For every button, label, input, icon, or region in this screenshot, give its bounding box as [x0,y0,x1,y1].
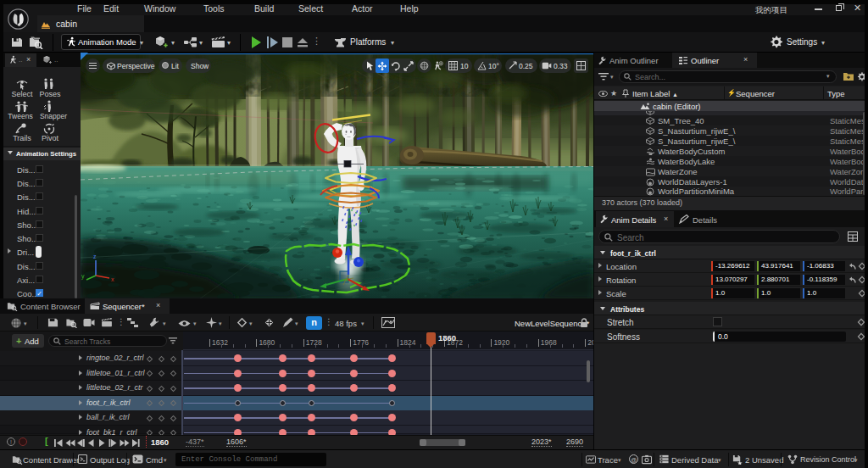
svg-text:x: x [111,276,114,282]
svg-text:y: y [81,273,85,280]
svg-text:z: z [93,254,97,259]
